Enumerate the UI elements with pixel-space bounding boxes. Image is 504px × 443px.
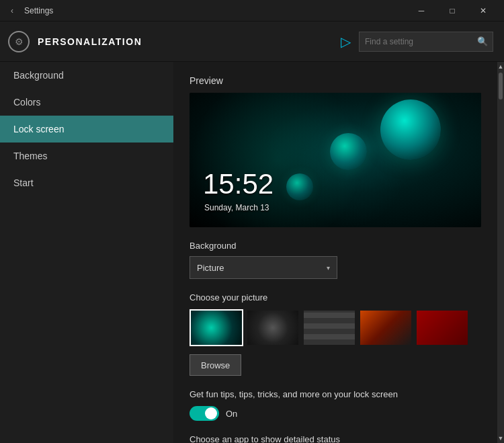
fun-facts-row: Get fun tips, tips, tricks, and more on … <box>190 389 481 421</box>
close-button[interactable]: ✕ <box>468 0 499 22</box>
detailed-status-label: Choose an app to show detailed status <box>190 434 481 443</box>
sidebar: Background Colors Lock screen Themes Sta… <box>0 62 173 443</box>
titlebar-controls: ─ □ ✕ <box>406 0 499 22</box>
picture-thumb-5[interactable] <box>415 309 469 346</box>
picture-thumb-3-inner <box>304 311 355 345</box>
titlebar-left: ‹ Settings <box>5 4 53 17</box>
planet-small <box>286 173 313 200</box>
sidebar-item-themes[interactable]: Themes <box>0 143 173 169</box>
toggle-state-label: On <box>226 409 237 419</box>
toggle-knob <box>205 407 217 419</box>
page-title: PERSONALIZATION <box>38 36 142 47</box>
fun-facts-description: Get fun tips, tips, tricks, and more on … <box>190 389 481 399</box>
app-container: ⚙ PERSONALIZATION ▷ 🔍 Background Colors … <box>0 22 504 443</box>
sidebar-item-colors[interactable]: Colors <box>0 89 173 116</box>
picture-grid <box>190 309 481 346</box>
sidebar-item-lock-screen[interactable]: Lock screen <box>0 116 173 143</box>
scroll-down-arrow[interactable]: ▼ <box>498 435 504 442</box>
picture-thumb-4-inner <box>360 311 411 345</box>
preview-image: 15:52 Sunday, March 13 <box>190 93 481 227</box>
search-input[interactable] <box>360 37 472 46</box>
toggle-line: On <box>190 406 481 421</box>
preview-date: Sunday, March 13 <box>204 203 269 212</box>
picture-thumb-1[interactable] <box>190 309 243 346</box>
dropdown-value: Picture <box>197 263 224 273</box>
background-dropdown[interactable]: Picture ▾ <box>190 256 337 279</box>
search-box: 🔍 <box>359 32 493 52</box>
browse-button[interactable]: Browse <box>190 354 241 376</box>
choose-picture-label: Choose your picture <box>190 292 481 303</box>
sidebar-item-background[interactable]: Background <box>0 62 173 89</box>
titlebar-title: Settings <box>24 6 53 15</box>
header-right: ▷ 🔍 <box>341 32 493 52</box>
preview-time: 15:52 <box>203 168 274 200</box>
titlebar: ‹ Settings ─ □ ✕ <box>0 0 504 22</box>
main-panel: Preview 15:52 Sunday, March 13 Backgroun… <box>173 62 497 443</box>
scroll-up-arrow[interactable]: ▲ <box>498 63 504 70</box>
sidebar-item-start[interactable]: Start <box>0 169 173 196</box>
back-button[interactable]: ‹ <box>5 4 19 17</box>
picture-thumb-1-inner <box>191 311 242 345</box>
minimize-button[interactable]: ─ <box>406 0 437 22</box>
background-section-label: Background <box>190 241 481 251</box>
settings-gear-icon: ⚙ <box>8 31 30 52</box>
chevron-down-icon: ▾ <box>327 264 330 272</box>
cortana-icon[interactable]: ▷ <box>341 34 351 50</box>
scrollbar-thumb[interactable] <box>499 73 503 99</box>
content-area: Background Colors Lock screen Themes Sta… <box>0 62 504 443</box>
preview-label: Preview <box>190 75 481 86</box>
header-left: ⚙ PERSONALIZATION <box>8 31 142 52</box>
planet-large <box>380 99 441 160</box>
picture-thumb-4[interactable] <box>359 309 413 346</box>
fun-facts-toggle[interactable] <box>190 406 219 421</box>
picture-thumb-2[interactable] <box>246 309 300 346</box>
maximize-button[interactable]: □ <box>437 0 468 22</box>
scrollbar-track: ▲ ▼ <box>497 62 504 443</box>
header: ⚙ PERSONALIZATION ▷ 🔍 <box>0 22 504 62</box>
planet-medium <box>330 133 367 170</box>
picture-thumb-2-inner <box>247 311 298 345</box>
picture-thumb-5-inner <box>417 311 468 345</box>
search-button[interactable]: 🔍 <box>472 32 493 52</box>
picture-thumb-3[interactable] <box>302 309 356 346</box>
